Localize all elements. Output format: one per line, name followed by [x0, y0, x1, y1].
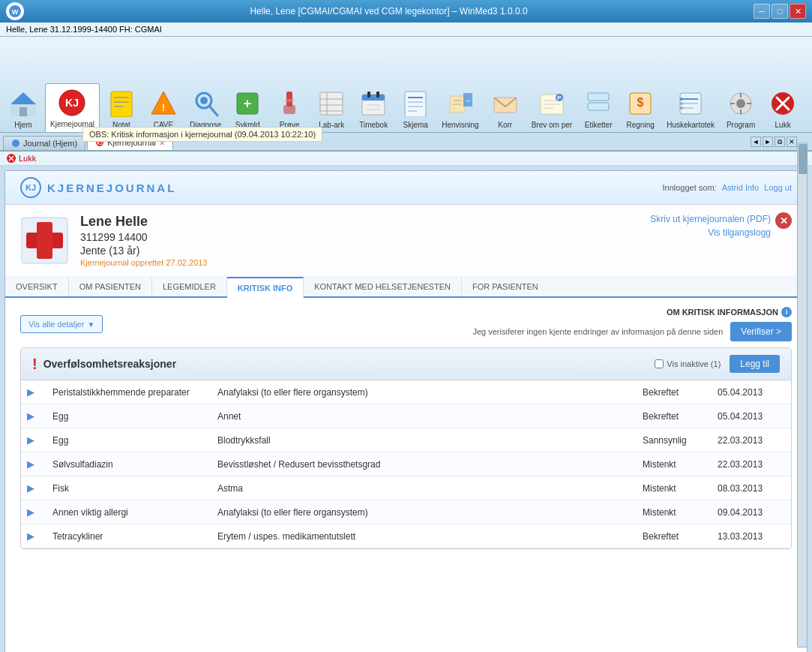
closebar: Lukk — [0, 152, 812, 166]
toolbar-lukk-label: Lukk — [775, 121, 791, 129]
vis-inaktive-label[interactable]: Vis inaktive (1) — [655, 359, 721, 368]
toolbar-timebok-label: Timebok — [359, 121, 388, 129]
row-expand-btn[interactable]: ▶ — [21, 404, 43, 428]
allergy-table: ▶ Peristalstikkhemmende preparater Anafy… — [21, 380, 791, 548]
timebok-icon — [358, 88, 389, 119]
tab-window-button[interactable]: ⧉ — [775, 137, 785, 147]
svg-text:P: P — [557, 95, 562, 101]
patient-created: Kjernejournal opprettet 27.02.2013 — [80, 258, 207, 267]
tab-om-pasienten[interactable]: OM PASIENTEN — [69, 277, 152, 296]
date-cell: 05.04.2013 — [709, 380, 791, 404]
allergy-header: ! Overfølsomhetsreaksjoner Vis inaktive … — [21, 348, 791, 380]
svg-rect-27 — [362, 95, 385, 101]
play-icon[interactable]: ▶ — [27, 386, 34, 398]
vis-inaktive-checkbox[interactable] — [655, 359, 664, 368]
print-kj-link[interactable]: Skriv ut kjernejournalen (PDF) — [650, 214, 771, 224]
table-row[interactable]: ▶ Sølvsulfadiazin Bevisstløshet / Reduse… — [21, 452, 791, 476]
tab-next-button[interactable]: ► — [763, 137, 773, 147]
tab-journal-hjem[interactable]: Journal (Hjem) — [3, 136, 85, 150]
svg-text:+: + — [244, 96, 252, 111]
vis-alle-detaljer-button[interactable]: Vis alle detaljer ▼ — [20, 315, 103, 333]
table-row[interactable]: ▶ Peristalstikkhemmende preparater Anafy… — [21, 380, 791, 404]
toolbar-prove[interactable]: Prøve — [269, 85, 310, 132]
tab-oversikt[interactable]: OVERSIKT — [5, 277, 69, 296]
verify-text: Jeg verisiferer ingen kjente endringer a… — [472, 327, 723, 336]
row-expand-btn[interactable]: ▶ — [21, 428, 43, 452]
status-cell: Bekreftet — [634, 404, 709, 428]
scrollbar-track[interactable] — [797, 143, 808, 647]
play-icon[interactable]: ▶ — [27, 530, 34, 542]
toolbar-program[interactable]: Program — [721, 85, 761, 132]
close-button[interactable]: Lukk — [6, 153, 36, 164]
toolbar-regning-label: Regning — [627, 121, 655, 129]
toolbar-huskekartotek[interactable]: Huskekartotek — [662, 85, 719, 132]
tab-legemidler[interactable]: LEGEMIDLER — [152, 277, 227, 296]
toolbar-kjernejournal[interactable]: KJ Kjernejournal — [45, 83, 100, 132]
row-expand-btn[interactable]: ▶ — [21, 476, 43, 500]
toolbar-notat[interactable]: Notat — [101, 85, 142, 132]
table-row[interactable]: ▶ Tetracykliner Erytem / uspes. medikame… — [21, 524, 791, 548]
access-log-link[interactable]: Vis tilgangslogg — [650, 227, 771, 238]
svg-rect-29 — [376, 92, 379, 98]
table-row[interactable]: ▶ Fisk Astma Mistenkt 08.03.2013 — [21, 476, 791, 500]
row-expand-btn[interactable]: ▶ — [21, 500, 43, 524]
svg-rect-49 — [588, 93, 609, 101]
patient-pid: 311299 14400 — [80, 231, 207, 243]
play-icon[interactable]: ▶ — [27, 434, 34, 446]
toolbar-regning[interactable]: $ Regning — [620, 85, 661, 132]
tab-nav-controls[interactable]: ◄ ► ⧉ ✕ — [751, 137, 797, 147]
kj-title: KJERNEJOURNAL — [47, 182, 176, 194]
svg-point-57 — [680, 98, 683, 101]
date-cell: 22.03.2013 — [709, 452, 791, 476]
toolbar-skjema[interactable]: Skjema — [395, 85, 436, 132]
maximize-button[interactable]: □ — [772, 4, 788, 19]
row-expand-btn[interactable]: ▶ — [21, 524, 43, 548]
allergy-title-area: ! Overfølsomhetsreaksjoner — [32, 356, 176, 371]
tab-prev-button[interactable]: ◄ — [751, 137, 761, 147]
patient-close-button[interactable]: ✕ — [775, 212, 792, 229]
obs-tooltip: OBS: Kritisk informasjon i kjernejournal… — [82, 127, 322, 142]
play-icon[interactable]: ▶ — [27, 458, 34, 470]
svg-line-15 — [210, 107, 217, 116]
play-icon[interactable]: ▶ — [27, 506, 34, 518]
play-icon[interactable]: ▶ — [27, 410, 34, 422]
skjema-icon — [400, 88, 431, 119]
verifiser-button[interactable]: Verifiser > — [730, 322, 792, 341]
tab-for-pasienten[interactable]: FOR PASIENTEN — [462, 277, 549, 296]
date-cell: 13.03.2013 — [709, 524, 791, 548]
row-expand-btn[interactable]: ▶ — [21, 380, 43, 404]
toolbar-etiketter-label: Etiketter — [585, 121, 613, 129]
toolbar-labark[interactable]: Lab-ark — [311, 85, 352, 132]
tab-kritisk-info[interactable]: KRITISK INFO — [227, 277, 304, 298]
close-window-button[interactable]: ✕ — [790, 4, 806, 19]
toolbar-cave[interactable]: ! CAVE — [143, 85, 184, 132]
patient-card: Lene Helle 311299 14400 Jente (13 år) Kj… — [5, 205, 807, 277]
legg-til-button[interactable]: Legg til — [730, 355, 780, 373]
date-cell: 05.04.2013 — [709, 404, 791, 428]
logout-link[interactable]: Logg ut — [764, 183, 792, 192]
toolbar-brev[interactable]: P Brev om per — [527, 85, 577, 132]
table-row[interactable]: ▶ Egg Blodtrykksfall Sannsynlig 22.03.20… — [21, 428, 791, 452]
minimize-button[interactable]: ─ — [754, 4, 770, 19]
row-expand-btn[interactable]: ▶ — [21, 452, 43, 476]
kritisk-header-row: Vis alle detaljer ▼ OM KRITISK INFORMASJ… — [20, 307, 792, 341]
toolbar-diagnose[interactable]: Diagnose — [185, 85, 226, 132]
toolbar-korr[interactable]: Korr — [485, 85, 526, 132]
kj-header: KJ KJERNEJOURNAL Innlogget som: Astrid I… — [5, 171, 807, 205]
play-icon[interactable]: ▶ — [27, 482, 34, 494]
scrollbar-thumb[interactable] — [799, 144, 808, 174]
toolbar-henvisning-label: Henvisning — [442, 121, 478, 129]
table-row[interactable]: ▶ Egg Annet Bekreftet 05.04.2013 — [21, 404, 791, 428]
toolbar-henvisning[interactable]: → Henvisning — [437, 85, 483, 132]
patient-strip-text: Helle, Lene 31.12.1999-14400 FH: CGMAI — [6, 25, 162, 34]
tab-kontakt[interactable]: KONTAKT MED HELSETJENESTEN — [304, 277, 462, 296]
cave-icon: ! — [148, 88, 179, 119]
expand-icon: ▼ — [87, 320, 94, 329]
table-row[interactable]: ▶ Annen viktig allergi Anafylaksi (to el… — [21, 500, 791, 524]
toolbar-etiketter[interactable]: Etiketter — [578, 85, 619, 132]
toolbar-sykmld[interactable]: + Sykmld — [227, 85, 268, 132]
toolbar-timebok[interactable]: Timebok — [353, 85, 394, 132]
tab-expand-button[interactable]: ✕ — [787, 137, 797, 147]
toolbar-lukk[interactable]: Lukk — [763, 85, 803, 132]
toolbar-hjem[interactable]: Hjem — [3, 85, 43, 132]
